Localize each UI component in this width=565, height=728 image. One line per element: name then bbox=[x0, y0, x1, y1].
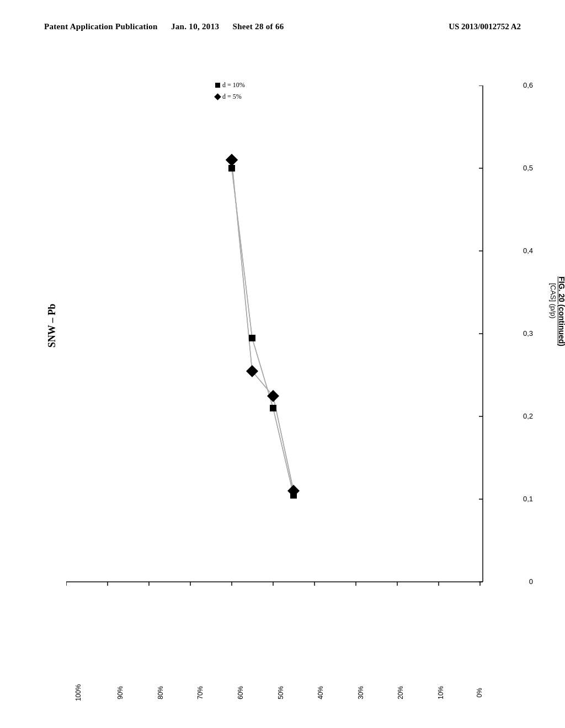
axis-label-01: 0,1 bbox=[523, 495, 533, 503]
chart-svg bbox=[66, 85, 524, 629]
svg-line-27 bbox=[252, 371, 273, 396]
x-label-20: 20% bbox=[397, 686, 404, 699]
x-label-0: 0% bbox=[475, 688, 483, 697]
axis-label-02: 0,2 bbox=[523, 412, 533, 420]
axis-label-06: 0,6 bbox=[523, 81, 533, 89]
bottom-axis-labels: 100% 90% 80% 70% 60% 50% 40% 30% 20% 10%… bbox=[66, 679, 480, 700]
svg-rect-30 bbox=[249, 335, 255, 341]
svg-line-25 bbox=[273, 408, 294, 495]
svg-marker-33 bbox=[226, 154, 238, 166]
y-axis-label: SNW – Pb bbox=[46, 304, 58, 348]
x-label-30: 30% bbox=[357, 686, 365, 699]
patent-number: US 2013/0012752 A2 bbox=[449, 22, 521, 31]
x-label-60: 60% bbox=[237, 686, 244, 699]
svg-rect-31 bbox=[270, 405, 276, 411]
svg-marker-36 bbox=[287, 485, 300, 497]
publication-label: Patent Application Publication bbox=[44, 22, 158, 31]
page-header: Patent Application Publication Jan. 10, … bbox=[0, 22, 565, 31]
header-left: Patent Application Publication Jan. 10, … bbox=[44, 22, 284, 31]
publication-date: Jan. 10, 2013 bbox=[171, 22, 219, 31]
sheet-info: Sheet 28 of 66 bbox=[233, 22, 284, 31]
svg-marker-34 bbox=[246, 365, 258, 377]
x-label-40: 40% bbox=[317, 686, 324, 699]
cas-axis-label: [CAS] (p/p) bbox=[549, 283, 557, 318]
x-label-50: 50% bbox=[277, 686, 285, 699]
x-label-100: 100% bbox=[74, 684, 82, 702]
x-label-70: 70% bbox=[196, 686, 204, 699]
x-label-90: 90% bbox=[116, 686, 124, 699]
x-label-80: 80% bbox=[157, 686, 164, 699]
svg-marker-35 bbox=[267, 390, 279, 402]
axis-label-03: 0,3 bbox=[523, 329, 533, 338]
x-label-10: 10% bbox=[437, 686, 445, 699]
axis-label-00: 0 bbox=[529, 577, 533, 586]
axis-label-05: 0,5 bbox=[523, 164, 533, 172]
fig-label: FIG. 20 (continued) bbox=[557, 276, 565, 346]
axis-label-04: 0,4 bbox=[523, 247, 533, 255]
